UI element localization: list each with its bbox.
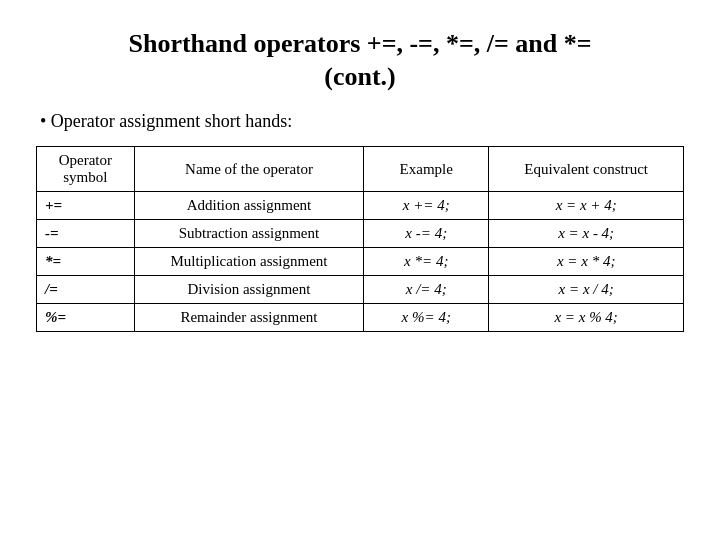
operator-example: x -= 4; [364,220,489,248]
table-row: +=Addition assignmentx += 4;x = x + 4; [37,192,684,220]
table-row: *=Multiplication assignmentx *= 4;x = x … [37,248,684,276]
operator-equivalent: x = x * 4; [489,248,684,276]
operator-example: x += 4; [364,192,489,220]
col-header-symbol: Operator symbol [37,147,135,192]
operator-name: Remainder assignment [134,304,363,332]
col-header-name: Name of the operator [134,147,363,192]
page-title: Shorthand operators +=, -=, *=, /= and *… [36,28,684,93]
operator-example: x *= 4; [364,248,489,276]
operator-equivalent: x = x + 4; [489,192,684,220]
operator-example: x %= 4; [364,304,489,332]
table-header-row: Operator symbol Name of the operator Exa… [37,147,684,192]
col-header-equiv: Equivalent construct [489,147,684,192]
operator-example: x /= 4; [364,276,489,304]
col-header-example: Example [364,147,489,192]
operator-name: Multiplication assignment [134,248,363,276]
operator-name: Subtraction assignment [134,220,363,248]
page-container: Shorthand operators +=, -=, *=, /= and *… [0,0,720,540]
operator-equivalent: x = x - 4; [489,220,684,248]
title-line1: Shorthand operators +=, -=, *=, /= and *… [128,29,591,58]
subtitle-text: Operator assignment short hands: [51,111,292,131]
operator-equivalent: x = x / 4; [489,276,684,304]
operator-equivalent: x = x % 4; [489,304,684,332]
table-row: /=Division assignmentx /= 4;x = x / 4; [37,276,684,304]
operator-symbol: %= [37,304,135,332]
title-line2: (cont.) [324,62,395,91]
operator-symbol: /= [37,276,135,304]
table-row: -=Subtraction assignmentx -= 4;x = x - 4… [37,220,684,248]
operator-name: Addition assignment [134,192,363,220]
subtitle: • Operator assignment short hands: [36,111,684,132]
bullet-point: • [40,111,46,131]
operators-table: Operator symbol Name of the operator Exa… [36,146,684,332]
operator-symbol: -= [37,220,135,248]
table-row: %=Remainder assignmentx %= 4;x = x % 4; [37,304,684,332]
operator-name: Division assignment [134,276,363,304]
operator-symbol: += [37,192,135,220]
operator-symbol: *= [37,248,135,276]
